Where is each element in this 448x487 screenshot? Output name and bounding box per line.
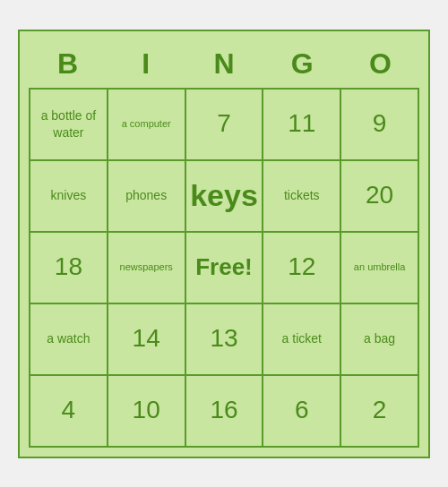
cell-text: phones (125, 187, 167, 203)
bingo-grid: a bottle of watera computer7119knivespho… (29, 88, 419, 448)
bingo-cell: phones (108, 161, 186, 233)
bingo-cell: 16 (186, 376, 264, 448)
cell-text: 12 (288, 251, 315, 283)
bingo-header: BINGO (29, 40, 419, 88)
bingo-cell: 2 (341, 376, 419, 448)
cell-text: newspapers (120, 261, 173, 273)
header-letter: B (29, 40, 107, 88)
bingo-cell: 20 (341, 161, 419, 233)
header-letter: I (107, 40, 185, 88)
cell-text: 7 (217, 107, 231, 140)
cell-text: an umbrella (354, 261, 405, 273)
bingo-cell: a watch (30, 304, 108, 376)
cell-text: 9 (373, 107, 387, 140)
cell-text: 6 (295, 394, 309, 426)
cell-text: keys (190, 175, 258, 215)
bingo-cell: a ticket (263, 304, 341, 376)
cell-text: 2 (373, 394, 387, 426)
bingo-cell: knives (30, 161, 108, 233)
bingo-cell: 10 (108, 376, 186, 448)
bingo-cell: an umbrella (341, 233, 419, 304)
bingo-cell: 6 (263, 376, 341, 448)
bingo-cell: 11 (263, 90, 341, 161)
cell-text: 13 (210, 322, 237, 355)
cell-text: a bag (364, 330, 395, 346)
cell-text: 18 (55, 251, 82, 283)
bingo-cell: a bag (341, 304, 419, 376)
cell-text: tickets (284, 187, 320, 203)
header-letter: G (263, 40, 341, 88)
bingo-card: BINGO a bottle of watera computer7119kni… (18, 30, 430, 458)
cell-text: Free! (195, 252, 253, 283)
cell-text: 20 (366, 179, 393, 211)
bingo-cell: 4 (30, 376, 108, 448)
header-letter: O (341, 40, 419, 88)
cell-text: a bottle of water (34, 107, 103, 140)
cell-text: 10 (133, 394, 160, 426)
cell-text: 16 (210, 394, 237, 426)
cell-text: a watch (47, 330, 90, 346)
cell-text: a ticket (282, 330, 322, 346)
bingo-cell: 18 (30, 233, 108, 304)
bingo-cell: tickets (263, 161, 341, 233)
cell-text: knives (51, 187, 87, 203)
bingo-cell: keys (186, 161, 264, 233)
cell-text: 4 (62, 394, 76, 426)
bingo-cell: 13 (186, 304, 264, 376)
bingo-cell: 12 (263, 233, 341, 304)
bingo-cell: 7 (186, 90, 264, 161)
bingo-cell: a bottle of water (30, 90, 108, 161)
bingo-cell: newspapers (108, 233, 186, 304)
bingo-cell: 9 (341, 90, 419, 161)
cell-text: a computer (122, 117, 171, 130)
bingo-cell: 14 (108, 304, 186, 376)
header-letter: N (185, 40, 263, 88)
cell-text: 14 (133, 322, 160, 355)
bingo-cell: a computer (108, 90, 186, 161)
cell-text: 11 (288, 107, 315, 140)
bingo-cell: Free! (186, 233, 264, 304)
